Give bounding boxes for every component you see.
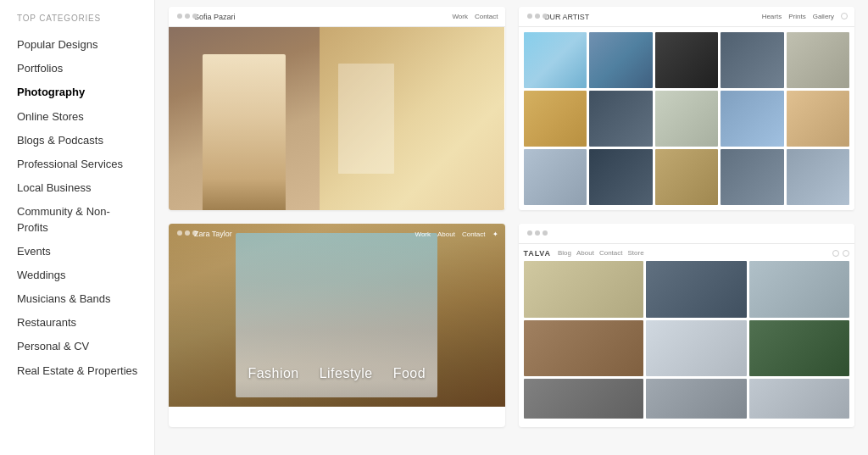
nav-blog: Blog	[558, 249, 571, 258]
sidebar-item-popular-designs[interactable]: Popular Designs	[17, 33, 141, 57]
nav-contact: Contact	[462, 230, 486, 238]
sidebar-item-community-nonprofits[interactable]: Community & Non-Profits	[17, 200, 141, 239]
photo-cell-9	[721, 91, 784, 147]
sofia-preview	[169, 27, 505, 210]
photo-cell-7	[589, 91, 653, 147]
sidebar-item-online-stores[interactable]: Online Stores	[17, 105, 141, 129]
talva-photo-9	[749, 379, 849, 419]
sofia-photo-left	[169, 27, 320, 210]
sidebar-item-musicians-bands[interactable]: Musicians & Bands	[17, 287, 141, 311]
talva-photo-3	[749, 261, 849, 318]
talva-preview: TALVA Blog About Contact Store	[519, 244, 855, 427]
template-card-photogrid[interactable]: OUR ARTIST Hearts Prints Gallery	[519, 7, 855, 210]
talva-social-icons	[832, 250, 849, 257]
sidebar-item-local-business[interactable]: Local Business	[17, 176, 141, 200]
lifestyle-label: Lifestyle	[320, 366, 373, 381]
sidebar-item-professional-services[interactable]: Professional Services	[17, 153, 141, 176]
talva-photo-7	[524, 379, 644, 419]
dot-red	[177, 230, 182, 236]
dot-red	[527, 14, 532, 19]
dot-red	[177, 14, 182, 19]
photo-cell-10	[787, 91, 850, 147]
sidebar-item-restaurants[interactable]: Restaurants	[17, 311, 141, 335]
sidebar-item-real-estate[interactable]: Real Estate & Properties	[17, 359, 141, 383]
card-nav-photogrid: Hearts Prints Gallery	[762, 13, 848, 20]
talva-photo-2	[646, 261, 746, 318]
card-title-sofia: Sofia Pazari	[194, 13, 236, 21]
talva-photo-1	[524, 261, 644, 318]
sidebar-item-portfolios[interactable]: Portfolios	[17, 57, 141, 80]
dot-green	[542, 14, 548, 19]
photo-cell-8	[655, 91, 719, 147]
nav-prints: Prints	[788, 13, 805, 20]
card-nav-sofia: Work Contact	[452, 13, 498, 20]
window-dots-sofia	[177, 14, 198, 19]
sidebar-item-events[interactable]: Events	[17, 240, 141, 264]
photo-cell-5	[787, 32, 850, 88]
dot-green	[542, 230, 548, 236]
photo-grid-content	[519, 27, 855, 210]
browser-bar-photogrid: OUR ARTIST Hearts Prints Gallery	[519, 7, 855, 27]
photo-cell-13	[655, 149, 719, 205]
talva-photo-4	[524, 320, 644, 377]
circle-icon-2	[843, 250, 849, 257]
sidebar-item-blogs-podcasts[interactable]: Blogs & Podcasts	[17, 129, 141, 153]
talva-brand: TALVA	[524, 249, 552, 258]
circle-icon-1	[832, 250, 839, 257]
card-title-fashion: Zara Taylor	[194, 230, 232, 238]
dot-red	[527, 230, 532, 236]
template-card-talva[interactable]: TALVA Blog About Contact Store	[519, 224, 855, 427]
template-card-fashion[interactable]: Zara Taylor Work About Contact ✦ Fashion…	[169, 224, 505, 427]
fashion-label: Fashion	[248, 366, 298, 381]
food-label: Food	[393, 366, 426, 381]
photo-cell-2	[589, 32, 653, 88]
sofia-photo-right	[320, 27, 504, 210]
browser-bar-fashion: Zara Taylor Work About Contact ✦	[169, 224, 505, 244]
nav-about: About	[576, 249, 594, 258]
template-card-sofia[interactable]: Sofia Pazari Work Contact	[169, 7, 505, 210]
photo-cell-3	[655, 32, 719, 88]
sidebar-item-personal-cv[interactable]: Personal & CV	[17, 335, 141, 358]
dot-yellow	[185, 14, 190, 19]
nav-work: Work	[415, 230, 431, 238]
talva-nav-left: TALVA Blog About Contact Store	[524, 249, 644, 258]
window-dots-fashion	[177, 230, 198, 236]
talva-navigation: TALVA Blog About Contact Store	[524, 247, 850, 261]
nav-store: Store	[628, 249, 644, 258]
browser-bar-talva	[519, 224, 855, 244]
sidebar-item-weddings[interactable]: Weddings	[17, 264, 141, 287]
card-nav-fashion: Work About Contact ✦	[415, 224, 498, 244]
talva-photo-8	[646, 379, 746, 419]
window-dots-photogrid	[527, 14, 548, 19]
nav-about: About	[437, 230, 455, 238]
templates-grid: Sofia Pazari Work Contact	[169, 7, 854, 427]
main-content: Sofia Pazari Work Contact	[155, 0, 868, 455]
sidebar-section-label: TOP CATEGORIES	[17, 14, 141, 23]
photo-cell-4	[721, 32, 784, 88]
social-icon: ✦	[492, 230, 498, 238]
fashion-preview: Fashion Lifestyle Food	[169, 224, 505, 407]
photo-cell-14	[721, 149, 784, 205]
sofia-interior-photo	[320, 27, 504, 210]
nav-contact: Contact	[599, 249, 623, 258]
photo-cell-1	[524, 32, 587, 88]
talva-photo-5	[646, 320, 746, 377]
card-title-photogrid: OUR ARTIST	[544, 13, 590, 21]
photo-cell-6	[524, 91, 587, 147]
talva-photo-6	[749, 320, 849, 377]
sidebar: TOP CATEGORIES Popular Designs Portfolio…	[0, 0, 155, 455]
talva-nav-items: Blog About Contact Store	[558, 249, 644, 258]
dot-yellow	[535, 230, 540, 236]
sofia-person-photo	[169, 27, 320, 210]
dot-yellow	[535, 14, 540, 19]
circle-icon	[841, 13, 848, 19]
dot-yellow	[185, 230, 190, 236]
sidebar-item-photography[interactable]: Photography	[17, 80, 141, 104]
nav-gallery: Gallery	[813, 13, 834, 20]
dot-green	[192, 230, 198, 236]
photo-cell-11	[524, 149, 587, 205]
nav-hearts: Hearts	[762, 13, 782, 20]
window-dots-talva	[527, 230, 548, 236]
photo-cell-15	[787, 149, 850, 205]
fashion-text-overlay: Fashion Lifestyle Food	[248, 366, 426, 381]
